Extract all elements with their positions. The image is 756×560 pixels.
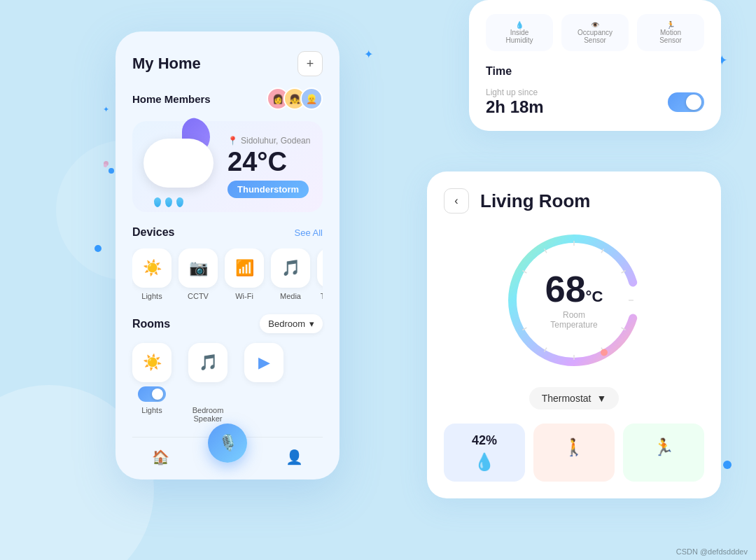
thermostat-label: Thermost <box>321 292 323 300</box>
media-icon: 🎵 <box>271 248 310 288</box>
occupancy-icon: 👁️ <box>567 21 623 29</box>
temp-unit: °C <box>257 147 287 176</box>
room-selector-label: Bedroom <box>268 318 305 329</box>
sensor-tab-occupancy[interactable]: 👁️ OccupancySensor <box>561 14 629 51</box>
devices-row: ☀️ Lights 📷 CCTV 📶 Wi-Fi 🎵 Media 🌡️ Ther… <box>132 248 323 300</box>
see-all-link[interactable]: See All <box>295 227 323 238</box>
sensor-tab-motion[interactable]: 🏃 MotionSensor <box>637 14 704 51</box>
sensor-bottom-row: 42% 💧 🚶 🏃 <box>444 424 704 482</box>
watermark: CSDN @defdsdddev <box>676 547 748 556</box>
wifi-label: Wi-Fi <box>235 292 253 300</box>
location-row: 📍 Sidoluhur, Godean <box>227 136 312 146</box>
dropdown-row: Thermostat ▼ <box>444 387 704 410</box>
motion-icon: 🏃 <box>643 21 699 29</box>
app-title: My Home <box>132 55 201 73</box>
sensor-tab-humidity[interactable]: 💧 InsideHumidity <box>486 14 553 51</box>
room-selector-dropdown[interactable]: Bedroom ▾ <box>260 314 323 333</box>
devices-section-header: Devices See All <box>132 226 323 239</box>
speaker-spacer <box>194 386 222 402</box>
motion-label: MotionSensor <box>643 29 699 44</box>
right-top-card: 💧 InsideHumidity 👁️ OccupancySensor 🏃 Mo… <box>469 0 721 131</box>
wifi-icon: 📶 <box>225 248 264 288</box>
living-room-header: ‹ Living Room <box>444 188 704 214</box>
thermostat-dial[interactable]: 68°C Room Temperature <box>504 230 644 370</box>
humidity-icon: 💧 <box>491 21 547 29</box>
lights-toggle[interactable] <box>138 386 166 402</box>
home-members-label: Home Members <box>132 93 211 105</box>
back-button[interactable]: ‹ <box>444 188 469 214</box>
temperature-value: 68°C <box>539 271 609 307</box>
room-device-lights[interactable]: ☀️ Lights <box>132 343 172 423</box>
device-cctv[interactable]: 📷 CCTV <box>178 248 218 300</box>
location-text: Sidoluhur, Godean <box>241 136 310 146</box>
humidity-value: 42% <box>452 433 517 448</box>
weather-widget: 📍 Sidoluhur, Godean 24°C Thunderstorm <box>132 121 323 212</box>
occupancy-sensor-card[interactable]: 🚶 <box>533 424 615 482</box>
star-icon-3: ✦ <box>103 105 109 114</box>
dot-1 <box>94 245 102 252</box>
room-devices-row: ☀️ Lights 🎵 BedroomSpeaker ▶ <box>132 343 323 423</box>
devices-title: Devices <box>132 226 175 239</box>
avatars-group: 👩 👧 👱 <box>267 88 323 110</box>
phone-header: My Home + <box>132 51 323 76</box>
cctv-label: CCTV <box>188 292 209 300</box>
profile-nav-icon[interactable]: 👤 <box>286 449 303 465</box>
sensor-tabs: 💧 InsideHumidity 👁️ OccupancySensor 🏃 Mo… <box>486 14 704 51</box>
temp-value: 24 <box>227 147 257 176</box>
cloud-icon <box>144 139 214 188</box>
temp-number: 68 <box>545 269 586 309</box>
rain-drops <box>154 197 183 207</box>
time-section-title: Time <box>486 65 704 78</box>
lights-icon: ☀️ <box>132 248 172 288</box>
media-label: Media <box>280 292 301 300</box>
light-toggle[interactable] <box>668 92 704 112</box>
bottom-nav: 🏠 👤 🎙️ <box>132 437 323 465</box>
temp-unit: °C <box>586 288 603 305</box>
room-lights-icon: ☀️ <box>132 343 172 382</box>
speaker-label: BedroomSpeaker <box>192 406 224 423</box>
dial-inner: 68°C Room Temperature <box>539 271 609 330</box>
humidity-sensor-card[interactable]: 42% 💧 <box>444 424 525 482</box>
thermostat-icon: 🌡️ <box>317 248 323 288</box>
humidity-label: InsideHumidity <box>491 29 547 44</box>
room-device-speaker[interactable]: 🎵 BedroomSpeaker <box>188 343 227 423</box>
speaker-icon: 🎵 <box>188 343 227 382</box>
avatar-3: 👱 <box>300 88 323 110</box>
time-info: Light up since 2h 18m <box>486 88 544 117</box>
home-nav-icon[interactable]: 🏠 <box>152 449 169 465</box>
room-device-play[interactable]: ▶ <box>244 343 284 423</box>
occupancy-card-icon: 🚶 <box>542 438 606 457</box>
rooms-title: Rooms <box>132 318 170 330</box>
add-button[interactable]: + <box>298 51 323 76</box>
living-room-title: Living Room <box>480 190 590 212</box>
motion-card-icon: 🏃 <box>631 438 696 457</box>
dot-2 <box>108 168 114 174</box>
device-thermostat[interactable]: 🌡️ Thermost <box>317 248 323 300</box>
mic-button[interactable]: 🎙️ <box>208 424 247 463</box>
location-pin-icon: 📍 <box>227 136 238 146</box>
device-lights[interactable]: ☀️ Lights <box>132 248 172 300</box>
cloud-graphic <box>144 139 214 195</box>
rooms-section-header: Rooms Bedroom ▾ <box>132 314 323 333</box>
cctv-icon: 📷 <box>178 248 218 288</box>
chevron-down-icon: ▾ <box>309 318 314 329</box>
occupancy-label: OccupancySensor <box>567 29 623 44</box>
device-wifi[interactable]: 📶 Wi-Fi <box>225 248 264 300</box>
motion-sensor-card[interactable]: 🏃 <box>623 424 704 482</box>
device-media[interactable]: 🎵 Media <box>271 248 310 300</box>
dot-3 <box>723 461 732 469</box>
thermostat-dropdown[interactable]: Thermostat ▼ <box>529 387 620 410</box>
humidity-card-icon: 💧 <box>452 452 517 472</box>
rain-drop-3 <box>176 197 183 207</box>
time-row: Light up since 2h 18m <box>486 88 704 117</box>
weather-info: 📍 Sidoluhur, Godean 24°C Thunderstorm <box>227 136 312 198</box>
time-duration: 2h 18m <box>486 97 544 117</box>
dropdown-label: Thermostat <box>542 393 592 404</box>
dropdown-arrow-icon: ▼ <box>596 393 606 404</box>
thermostat-container: 68°C Room Temperature <box>444 230 704 370</box>
room-lights-label: Lights <box>141 406 162 414</box>
weather-icon-area <box>144 139 227 195</box>
star-icon-1: ✦ <box>364 48 373 61</box>
left-phone-card: My Home + Home Members 👩 👧 👱 <box>115 31 340 479</box>
weather-condition-badge: Thunderstorm <box>227 181 309 198</box>
